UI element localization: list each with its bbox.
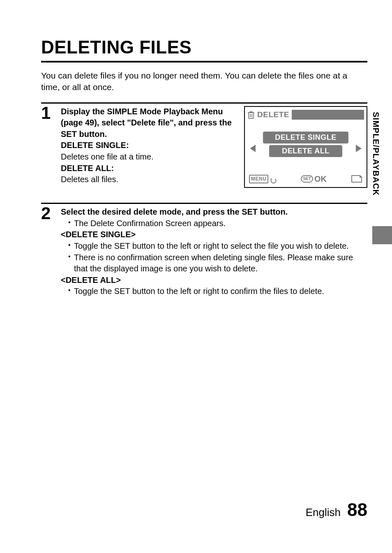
title-rule bbox=[41, 61, 367, 62]
delete-single-bullet-2: There is no confirmation screen when del… bbox=[68, 252, 367, 275]
delete-single-bullet-1: Toggle the SET button to the left or rig… bbox=[68, 241, 367, 252]
step-1: 1 Display the SIMPLE Mode Playback Menu … bbox=[41, 106, 367, 188]
step-2-bullet: The Delete Confirmation Screen appears. bbox=[68, 218, 367, 229]
step-2: 2 Select the desired delete mode, and pr… bbox=[41, 206, 367, 297]
card-icon bbox=[351, 175, 362, 183]
section-rule bbox=[41, 102, 367, 104]
delete-single-desc: Deletes one file at a time. bbox=[61, 152, 154, 161]
footer-page-number: 88 bbox=[347, 500, 367, 520]
menu-back: MENU bbox=[249, 175, 277, 183]
step-1-text: Display the SIMPLE Mode Playback Menu (p… bbox=[61, 106, 233, 185]
set-ok: SET OK bbox=[301, 174, 326, 185]
step-1-instruction: Display the SIMPLE Mode Playback Menu (p… bbox=[61, 107, 232, 139]
step-2-text: Select the desired delete mode, and pres… bbox=[61, 206, 367, 297]
side-accent bbox=[372, 226, 392, 244]
step-number: 2 bbox=[41, 205, 61, 222]
set-badge: SET bbox=[301, 175, 313, 183]
delete-all-heading: <DELETE ALL> bbox=[61, 275, 121, 285]
page-title: DELETING FILES bbox=[41, 37, 367, 58]
ok-label: OK bbox=[314, 174, 327, 185]
delete-all-bullet-1: Toggle the SET button to the left or rig… bbox=[68, 286, 367, 297]
page-footer: English 88 bbox=[306, 500, 367, 520]
arrow-right-icon bbox=[356, 145, 362, 152]
svg-rect-0 bbox=[249, 113, 254, 118]
step-2-instruction: Select the desired delete mode, and pres… bbox=[61, 207, 288, 216]
side-tab: SIMPLE/PLAYBACK bbox=[371, 112, 380, 196]
screen-title: DELETE bbox=[257, 109, 289, 120]
delete-single-label: DELETE SINGLE: bbox=[61, 141, 129, 150]
menu-label: MENU bbox=[249, 175, 268, 183]
delete-single-heading: <DELETE SINGLE> bbox=[61, 230, 136, 239]
header-bar bbox=[292, 110, 364, 120]
delete-all-desc: Deletes all files. bbox=[61, 175, 118, 184]
footer-language: English bbox=[306, 506, 341, 519]
trash-icon bbox=[247, 111, 255, 119]
manual-page: DELETING FILES You can delete files if y… bbox=[0, 0, 392, 553]
intro-text: You can delete files if you no longer ne… bbox=[41, 70, 367, 93]
screen-header: DELETE bbox=[247, 109, 364, 120]
camera-screen: DELETE DELETE SINGLE DELETE ALL ME bbox=[244, 106, 367, 188]
option-delete-single: DELETE SINGLE bbox=[263, 132, 348, 143]
back-arrow-icon bbox=[270, 176, 277, 182]
delete-all-label: DELETE ALL: bbox=[61, 164, 114, 173]
step-number: 1 bbox=[41, 104, 61, 122]
arrow-left-icon bbox=[250, 145, 256, 152]
option-delete-all: DELETE ALL bbox=[269, 145, 342, 157]
section-rule bbox=[41, 203, 367, 204]
